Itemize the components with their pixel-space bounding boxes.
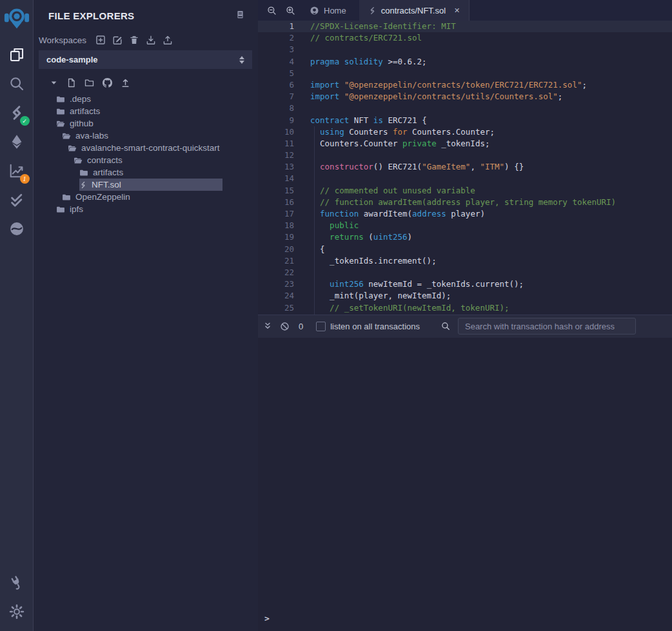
rail-item-deploy-run[interactable] (0, 128, 34, 157)
tree-item-label: contracts (87, 155, 123, 165)
line-number: 3 (258, 44, 310, 55)
rename-workspace-icon[interactable] (112, 35, 123, 45)
folder-closed-icon (56, 107, 65, 116)
tree-item-github[interactable]: github (34, 117, 258, 130)
search-icon (9, 76, 25, 94)
code-line: 9contract NFT is ERC721 { (258, 115, 672, 126)
delete-workspace-icon[interactable] (129, 35, 139, 45)
code-line: 5 (258, 68, 672, 79)
tree-item-artifacts[interactable]: artifacts (34, 166, 258, 179)
rail-item-solidity-compiler[interactable]: ✓ (0, 99, 34, 128)
line-number: 17 (258, 208, 310, 220)
code-text: { (310, 244, 325, 255)
remix-logo[interactable] (0, 0, 34, 36)
code-line: 19 returns (uint256) (258, 231, 672, 243)
code-text: import "@openzeppelin/contracts/utils/Co… (310, 91, 562, 102)
new-folder-icon[interactable] (84, 78, 94, 88)
tree-item-artifacts[interactable]: artifacts (34, 105, 258, 117)
code-line: 11 Counters.Counter private _tokenIds; (258, 138, 672, 150)
clone-github-icon[interactable] (103, 78, 112, 88)
download-workspace-icon[interactable] (146, 35, 156, 45)
line-number: 6 (258, 79, 310, 91)
rail-item-search[interactable] (0, 70, 34, 99)
new-file-icon[interactable] (66, 78, 76, 88)
code-text: returns (uint256) (310, 231, 412, 243)
code-text: // contracts/ERC721.sol (310, 32, 422, 44)
rail-item-plugin-circle[interactable] (0, 215, 34, 244)
rail-item-settings[interactable] (0, 598, 34, 627)
rail-item-static-analysis[interactable]: 1 (0, 157, 34, 186)
tree-item--deps[interactable]: .deps (34, 93, 258, 105)
rail-item-file-explorer[interactable] (0, 41, 34, 70)
line-number: 1 (258, 21, 310, 32)
static-analysis-count-badge: 1 (20, 174, 30, 184)
line-number: 10 (258, 126, 310, 138)
remix-ide: ✓1 FILE EXPLORERS Workspaces code-sample… (0, 0, 672, 631)
tree-item-avalanche-smart-contract-quickstart[interactable]: avalanche-smart-contract-quickstart (34, 142, 258, 154)
clear-console-icon[interactable] (280, 322, 290, 331)
code-text: _mint(player, newItemId); (310, 290, 451, 302)
remix-logo-icon (4, 5, 30, 31)
code-text: import "@openzeppelin/contracts/token/ER… (310, 79, 587, 91)
tab-nft-sol[interactable]: contracts/NFT.sol ✕ (359, 0, 470, 21)
tree-item-label: artifacts (70, 106, 100, 116)
code-line: 7import "@openzeppelin/contracts/utils/C… (258, 91, 672, 102)
tree-item-ava-labs[interactable]: ava-labs (34, 130, 258, 142)
select-caret-icon (239, 56, 244, 64)
code-line: 8 (258, 102, 672, 114)
line-number: 12 (258, 150, 310, 161)
close-tab-icon[interactable]: ✕ (454, 6, 460, 15)
tab-home[interactable]: Home (301, 0, 355, 21)
rail-item-plugin-manager[interactable] (0, 569, 34, 598)
zoom-out-icon[interactable] (267, 6, 277, 15)
code-line: 10 using Counters for Counters.Counter; (258, 126, 672, 138)
code-text: pragma solidity >=0.6.2; (310, 56, 427, 68)
tab-nft-sol-label: contracts/NFT.sol (381, 6, 446, 15)
panel-title: FILE EXPLORERS (48, 10, 134, 21)
tree-item-label: avalanche-smart-contract-quickstart (81, 143, 220, 153)
folder-open-icon (62, 131, 71, 141)
tab-bar: Home contracts/NFT.sol ✕ (258, 0, 672, 21)
line-number: 21 (258, 255, 310, 267)
code-text: constructor() ERC721("GameItem", "ITM") … (310, 161, 524, 173)
search-icon (441, 322, 450, 331)
code-line: 26 (258, 314, 672, 315)
folder-closed-icon (79, 168, 88, 177)
code-text: _tokenIds.increment(); (310, 255, 437, 267)
line-number: 4 (258, 56, 310, 68)
transaction-search-input[interactable] (458, 318, 636, 335)
code-text: function awardItem(address player) (310, 208, 485, 220)
zoom-in-icon[interactable] (286, 6, 295, 15)
code-line: 16 // function awardItem(address player,… (258, 197, 672, 208)
collapse-all-icon[interactable] (50, 79, 58, 87)
unit-testing-icon (9, 192, 25, 210)
publish-upload-icon[interactable] (121, 78, 130, 88)
tree-item-label: github (70, 119, 94, 128)
code-line: 14 (258, 173, 672, 184)
code-text: uint256 newItemId = _tokenIds.current(); (310, 278, 524, 290)
folder-open-icon (74, 156, 83, 165)
tree-item-contracts[interactable]: contracts (34, 154, 258, 166)
line-number: 18 (258, 220, 310, 231)
rail-item-unit-testing[interactable] (0, 186, 34, 215)
code-line: 15 // commented out unused variable (258, 185, 672, 197)
terminal-output[interactable]: > (258, 338, 672, 631)
code-editor[interactable]: 1//SPDX-License-Identifier: MIT2// contr… (258, 21, 672, 315)
solidity-file-icon (79, 181, 87, 189)
code-text: // _setTokenURI(newItemId, tokenURI); (310, 302, 509, 314)
create-workspace-icon[interactable] (95, 35, 106, 45)
expand-terminal-icon[interactable] (263, 322, 272, 331)
listen-checkbox[interactable] (316, 322, 326, 331)
restore-workspace-icon[interactable] (163, 35, 173, 45)
file-tree: .depsartifactsgithubava-labsavalanche-sm… (34, 93, 258, 215)
code-text: //SPDX-License-Identifier: MIT (310, 21, 456, 32)
line-number: 22 (258, 267, 310, 278)
tree-item-ipfs[interactable]: ipfs (34, 203, 258, 215)
workspace-select[interactable]: code-sample (39, 50, 252, 69)
code-text: using Counters for Counters.Counter; (310, 126, 495, 138)
code-line: 6import "@openzeppelin/contracts/token/E… (258, 79, 672, 91)
book-icon[interactable] (235, 10, 245, 22)
tree-item-nft-sol[interactable]: NFT.sol (34, 179, 258, 191)
code-line: 22 (258, 267, 672, 278)
tree-item-openzeppelin[interactable]: OpenZeppelin (34, 191, 258, 203)
